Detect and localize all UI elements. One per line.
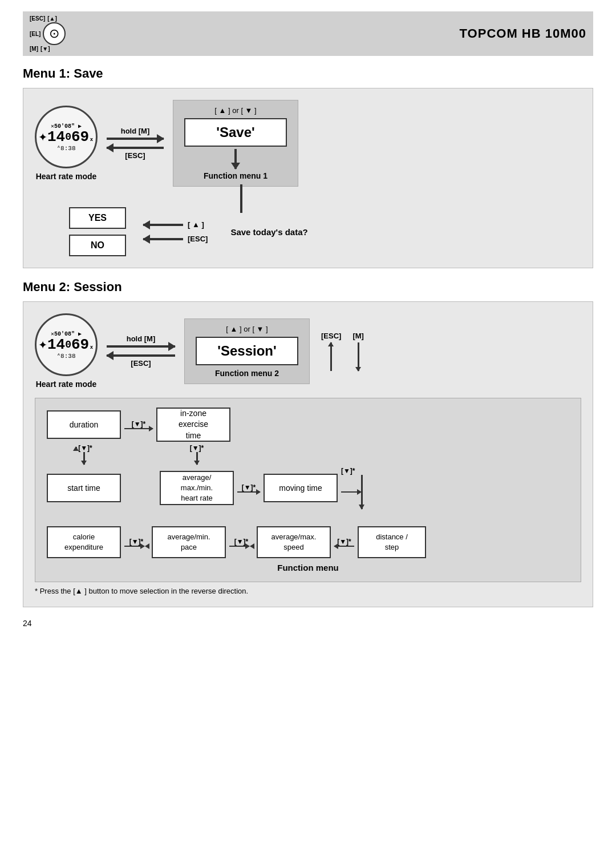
menu1-title: Menu 1: Save [23,66,593,81]
distance-box: distance / step [358,526,426,558]
duration-box: duration [47,410,121,439]
menu2-watch-line2: ✦14069ₓ [38,337,94,352]
watch-line3: ᴬ8:38 [56,144,75,152]
brand-name: TOPCOM HB 10M00 [460,26,586,41]
menu1-right-panel: [ ▲ ] or [ ▼ ] 'Save' Function menu 1 [173,100,298,187]
arrow-dur-inzone: [▼]* [132,420,146,428]
vert-down-dur [83,452,85,465]
menu1-diagram: ✕50'08" ▶ ✦14069ₓ ᴬ8:38 Heart rate mode … [23,88,593,268]
arrow-left-from-save [107,147,164,149]
menu2-arrow-right [107,345,175,348]
menu2-watch: ✕50'08" ▶ ✦14069ₓ ᴬ8:38 [35,313,98,376]
function-menu1-label: Function menu 1 [204,171,268,180]
menu1-heart-rate-label: Heart rate mode [36,172,97,181]
esc-up-arrow [330,342,332,371]
menu1-watch: ✕50'08" ▶ ✦14069ₓ ᴬ8:38 [35,106,98,168]
save-today-label: Save today's data? [230,227,307,237]
sh-line-5 [229,546,249,547]
device-icon: [ESC] [▲] [EL] ⊙ [M] [▼] [30,15,66,53]
sh-line-3 [341,491,361,493]
inzone-box: in-zone exercise time [156,408,230,442]
avg-speed-box: average/max. speed [257,526,331,558]
moving-time-box: moving time [264,474,338,502]
esc-arrow-to-no [143,238,183,240]
sh-line-2 [237,491,260,493]
down-label-br: [▼] [40,45,50,53]
el-label: [EL] [30,30,40,38]
menu2-nav-label: [ ▲ ] or [ ▼ ] [226,325,268,333]
up-label-tr: [▲] [47,15,57,22]
session-box: 'Session' [196,337,298,365]
menu2-watch-line3: ᴬ8:38 [56,352,75,360]
menu2-right-panel: [ ▲ ] or [ ▼ ] 'Session' Function menu 2 [184,318,310,384]
vert-arr-dur-label: [▼]* [78,444,92,452]
calorie-box: calorie expenditure [47,526,121,558]
footnote: * Press the [▲ ] button to move selectio… [35,587,581,595]
avg-heart-box: average/ max./min. heart rate [160,471,234,505]
hold-m-label: hold [M] [121,127,150,135]
nav-label-m1: [ ▲ ] or [ ▼ ] [214,106,256,115]
sh-line-5b [250,546,253,547]
save-box: 'Save' [184,118,287,147]
corner-down-line [361,475,363,509]
arrow-speed-dist: [▼]* [337,538,351,546]
start-time-box: start time [47,474,121,502]
dial: ⊙ [43,22,66,45]
sh-line-4 [124,546,144,547]
header-bar: [ESC] [▲] [EL] ⊙ [M] [▼] TOPCOM HB 10M00 [23,11,593,56]
esc-label-tl: [ESC] [30,15,45,22]
up-label-yes: [ ▲ ] [188,220,204,229]
menu2-flow: duration [▼]* in-zone exercise time [▼]* [35,398,581,582]
no-box: NO [69,235,126,256]
page-number: 24 [23,619,593,628]
esc-btn-label: [ESC] [321,332,341,340]
menu2-hold-m: hold [M] [127,334,156,343]
avg-pace-box: average/min. pace [152,526,226,558]
menu2-heart-rate-label: Heart rate mode [36,380,97,389]
menu2-arrow-left [107,354,175,357]
up-arrow-to-yes [143,224,183,226]
esc-label-no: [ESC] [188,235,208,243]
esc-label-arrow: [ESC] [125,151,145,160]
vert-up-dur [75,447,77,450]
sh-line-1 [124,428,153,430]
sh-line-6 [334,546,354,547]
vert-down-arrow-m1 [234,149,237,169]
arrow-right-to-save [107,138,164,140]
m-down-arrow [358,342,359,371]
arrow-moving-corner: [▼]* [341,467,355,475]
arrow-heart-moving: [▼]* [242,483,256,491]
function-menu-label: Function menu [47,563,569,572]
sh-line-4b [145,546,148,547]
menu2-diagram: ✕50'08" ▶ ✦14069ₓ ᴬ8:38 Heart rate mode … [23,301,593,607]
vert-down-inzone [196,452,198,465]
vert-arr-inzone-label: [▼]* [190,444,204,452]
m-btn-label: [M] [352,332,364,340]
yes-no-col: YES NO [69,207,126,256]
yes-box: YES [69,207,126,229]
watch-line2: ✦14069ₓ [38,130,94,144]
m-label-bl: [M] [30,45,38,53]
menu2-title: Menu 2: Session [23,280,593,295]
function-menu2-label: Function menu 2 [215,369,279,378]
menu2-esc-label: [ESC] [131,359,151,368]
